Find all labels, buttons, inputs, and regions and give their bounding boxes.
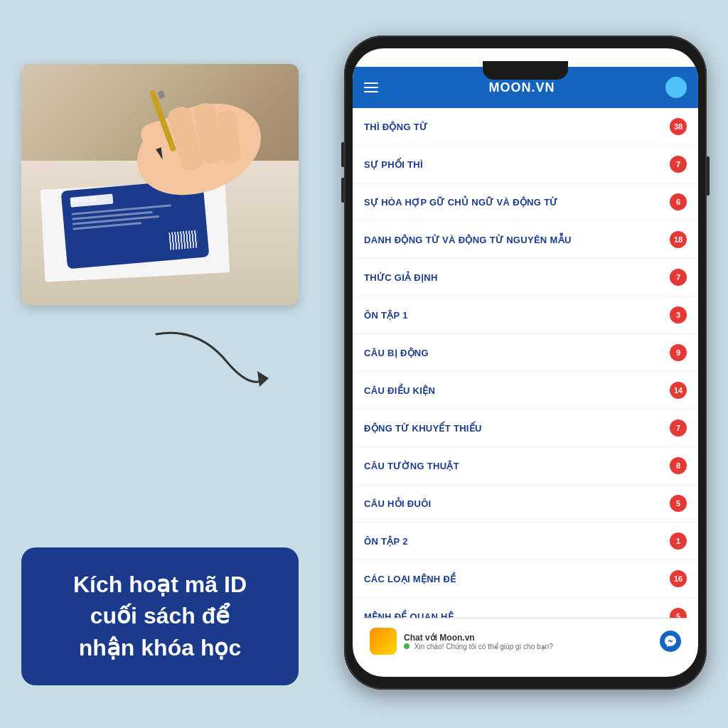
menu-item-badge: 5 [670, 495, 687, 512]
menu-item-badge: 9 [670, 344, 687, 361]
online-indicator [404, 643, 410, 649]
menu-item-label: DANH ĐỘNG TỪ VÀ ĐỘNG TỪ NGUYÊN MẪU [364, 235, 572, 245]
menu-item-label: CÁC LOẠI MỆNH ĐỀ [364, 574, 456, 584]
hamburger-line [364, 87, 378, 88]
photo-inner: SACH ID [21, 64, 299, 306]
menu-item-badge: 16 [670, 570, 687, 587]
menu-list: THÌ ĐỘNG TỪ 38 SỰ PHỐI THÌ 7 SỰ HÒA HỢP … [353, 108, 698, 633]
menu-item[interactable]: CÁC LOẠI MỆNH ĐỀ 16 [353, 560, 698, 598]
menu-item-badge: 6 [670, 193, 687, 210]
menu-item[interactable]: CÂU BỊ ĐỘNG 9 [353, 334, 698, 372]
menu-item-label: CÂU TƯỜNG THUẬT [364, 461, 459, 471]
menu-item-badge: 8 [670, 457, 687, 474]
arrow-container [142, 320, 284, 405]
menu-item[interactable]: THÌ ĐỘNG TỪ 38 [353, 108, 698, 146]
messenger-icon[interactable] [660, 631, 681, 652]
volume-up-button [341, 142, 344, 167]
menu-item-badge: 18 [670, 231, 687, 248]
menu-item-badge: 7 [670, 269, 687, 286]
phone-container: MOON.VN THÌ ĐỘNG TỪ 38 SỰ PHỐI THÌ 7 SỰ … [344, 36, 707, 690]
menu-item[interactable]: ÔN TẬP 2 1 [353, 523, 698, 560]
svg-marker-8 [257, 371, 269, 387]
text-line3: nhận khóa học [79, 635, 241, 660]
hamburger-line [364, 82, 378, 84]
menu-item-label: ÔN TẬP 1 [364, 310, 408, 321]
menu-item-badge: 14 [670, 382, 687, 399]
text-box: Kích hoạt mã ID cuối sách để nhận khóa h… [21, 547, 299, 685]
power-button [707, 156, 710, 196]
hamburger-line [364, 91, 378, 92]
chat-title: Chat với Moon.vn [404, 633, 653, 643]
chat-subtitle-text: Xin chào! Chúng tôi có thể giúp gì cho b… [414, 643, 553, 651]
menu-item-label: ÔN TẬP 2 [364, 536, 408, 547]
menu-item-label: SỰ HÒA HỢP GỮ CHỦ NGỮ VÀ ĐỘNG TỪ [364, 197, 558, 208]
menu-item[interactable]: DANH ĐỘNG TỪ VÀ ĐỘNG TỪ NGUYÊN MẪU 18 [353, 221, 698, 259]
phone-outer: MOON.VN THÌ ĐỘNG TỪ 38 SỰ PHỐI THÌ 7 SỰ … [344, 36, 707, 690]
volume-down-button [341, 178, 344, 203]
menu-item[interactable]: ÔN TẬP 1 3 [353, 296, 698, 334]
app-title: MOON.VN [488, 80, 555, 95]
text-box-content: Kích hoạt mã ID cuối sách để nhận khóa h… [39, 569, 281, 664]
user-avatar[interactable] [665, 77, 687, 98]
menu-item-label: CÂU ĐIỀU KIỆN [364, 385, 435, 396]
menu-item-badge: 7 [670, 419, 687, 437]
phone-screen: MOON.VN THÌ ĐỘNG TỪ 38 SỰ PHỐI THÌ 7 SỰ … [353, 48, 698, 677]
menu-item[interactable]: CÂU TƯỜNG THUẬT 8 [353, 447, 698, 485]
chat-text: Chat với Moon.vn Xin chào! Chúng tôi có … [404, 633, 653, 651]
text-line2: cuối sách để [90, 603, 230, 628]
menu-item-badge: 3 [670, 306, 687, 323]
menu-item-badge: 1 [670, 532, 687, 550]
menu-item-label: CÂU BỊ ĐỘNG [364, 348, 429, 358]
chat-avatar [370, 628, 397, 655]
phone-notch [483, 61, 568, 80]
menu-item[interactable]: SỰ HÒA HỢP GỮ CHỦ NGỮ VÀ ĐỘNG TỪ 6 [353, 183, 698, 221]
arrow-svg [142, 320, 284, 405]
menu-item[interactable]: THỨC GIẢ ĐỊNH 7 [353, 259, 698, 296]
menu-item[interactable]: CÂU ĐIỀU KIỆN 14 [353, 372, 698, 410]
chat-bar[interactable]: Chat với Moon.vn Xin chào! Chúng tôi có … [361, 618, 690, 664]
menu-item-label: SỰ PHỐI THÌ [364, 159, 423, 170]
svg-rect-7 [158, 90, 166, 99]
hand-illustration [21, 64, 299, 306]
photo-container: SACH ID [21, 64, 299, 306]
menu-item-label: ĐỘNG TỪ KHUYẾT THIẾU [364, 423, 482, 434]
chat-subtitle: Xin chào! Chúng tôi có thể giúp gì cho b… [404, 643, 653, 651]
hamburger-menu[interactable] [364, 82, 378, 92]
menu-item-label: CÂU HỎI ĐUÔI [364, 498, 432, 509]
text-line1: Kích hoạt mã ID [73, 572, 247, 597]
menu-item-badge: 38 [670, 118, 687, 135]
menu-item-badge: 7 [670, 156, 687, 173]
menu-item[interactable]: CÂU HỎI ĐUÔI 5 [353, 485, 698, 523]
menu-item[interactable]: SỰ PHỐI THÌ 7 [353, 146, 698, 183]
menu-item-label: THÌ ĐỘNG TỪ [364, 122, 427, 132]
chat-avatar-img [370, 628, 397, 655]
menu-item-label: THỨC GIẢ ĐỊNH [364, 272, 438, 283]
menu-item[interactable]: ĐỘNG TỪ KHUYẾT THIẾU 7 [353, 410, 698, 447]
